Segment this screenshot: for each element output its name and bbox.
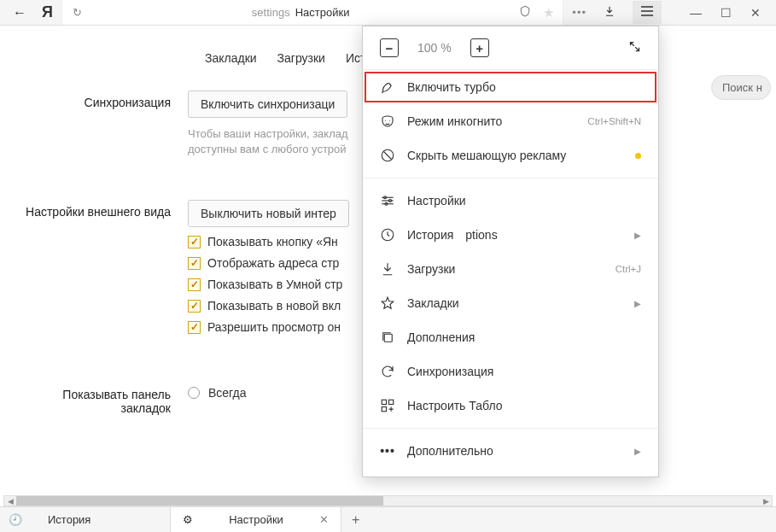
checkbox-icon[interactable]: ✓ bbox=[188, 300, 201, 313]
menu-downloads[interactable]: Загрузки Ctrl+J bbox=[363, 252, 658, 286]
more-icon[interactable]: ••• bbox=[572, 6, 586, 19]
settings-search[interactable]: Поиск н bbox=[711, 75, 771, 100]
star-icon[interactable]: ★ bbox=[543, 5, 554, 20]
horizontal-scrollbar[interactable]: ◀ ▶ bbox=[3, 495, 773, 506]
tab-bookmarks[interactable]: Закладки bbox=[205, 51, 257, 65]
disable-new-interface-button[interactable]: Выключить новый интер bbox=[188, 200, 349, 227]
clock-icon: 🕘 bbox=[9, 513, 22, 526]
hamburger-menu-button[interactable] bbox=[633, 1, 662, 24]
close-button[interactable]: ✕ bbox=[750, 6, 761, 20]
nav-controls: ← Я bbox=[0, 3, 53, 21]
fullscreen-icon[interactable] bbox=[628, 40, 641, 56]
svg-line-4 bbox=[384, 152, 392, 160]
copy-icon bbox=[380, 330, 395, 345]
bottom-tab-history[interactable]: 🕘 История bbox=[0, 507, 171, 532]
main-menu-dropdown: − 100 % + Включить турбо Режим инкогнито… bbox=[362, 26, 659, 477]
svg-rect-14 bbox=[389, 400, 394, 404]
block-icon bbox=[380, 148, 395, 163]
checkbox-icon[interactable]: ✓ bbox=[188, 257, 201, 270]
star-icon bbox=[380, 295, 395, 311]
window-controls: — ☐ ✕ bbox=[674, 6, 776, 20]
download-icon bbox=[380, 261, 395, 277]
back-button[interactable]: ← bbox=[13, 5, 26, 20]
reload-icon[interactable]: ↻ bbox=[62, 6, 82, 19]
svg-rect-12 bbox=[384, 334, 392, 342]
menu-history[interactable]: История ptions ▶ bbox=[363, 218, 658, 252]
zoom-out-button[interactable]: − bbox=[380, 38, 399, 57]
chevron-right-icon: ▶ bbox=[634, 231, 641, 240]
menu-incognito[interactable]: Режим инкогнито Ctrl+Shift+N bbox=[363, 104, 658, 138]
tab-downloads[interactable]: Загрузки bbox=[277, 51, 325, 65]
zoom-in-button[interactable]: + bbox=[470, 38, 489, 57]
checkbox-icon[interactable]: ✓ bbox=[188, 236, 201, 248]
bookmarks-panel-label: Показывать панель закладок bbox=[17, 383, 188, 415]
yandex-logo[interactable]: Я bbox=[42, 3, 53, 21]
gear-icon: ⚙ bbox=[183, 513, 193, 526]
titlebar: ← Я ↻ settings Настройки ★ ••• — ☐ ✕ bbox=[0, 0, 776, 26]
maximize-button[interactable]: ☐ bbox=[721, 6, 732, 20]
ellipsis-icon: ••• bbox=[380, 443, 395, 459]
tab-close-icon[interactable]: ✕ bbox=[319, 513, 329, 526]
shield-icon[interactable] bbox=[519, 5, 531, 20]
radio-icon[interactable] bbox=[188, 387, 200, 399]
mask-icon bbox=[380, 114, 395, 129]
chevron-right-icon: ▶ bbox=[634, 447, 641, 456]
menu-tablo[interactable]: Настроить Табло bbox=[363, 389, 658, 423]
menu-adblock[interactable]: Скрыть мешающую рекламу bbox=[363, 138, 658, 172]
menu-sync[interactable]: Синхронизация bbox=[363, 354, 658, 389]
address-bar[interactable]: ↻ settings Настройки ★ bbox=[61, 0, 563, 25]
menu-turbo[interactable]: Включить турбо bbox=[363, 70, 658, 104]
shortcut-label: Ctrl+Shift+N bbox=[587, 116, 641, 126]
download-icon[interactable] bbox=[604, 5, 616, 20]
menu-addons[interactable]: Дополнения bbox=[363, 320, 658, 354]
bottom-tab-settings[interactable]: ⚙ Настройки ✕ bbox=[171, 507, 341, 532]
menu-settings[interactable]: Настройки bbox=[363, 184, 658, 218]
new-tab-button[interactable]: + bbox=[341, 512, 370, 528]
menu-more[interactable]: ••• Дополнительно ▶ bbox=[363, 434, 658, 468]
clock-icon bbox=[380, 227, 395, 243]
menu-bookmarks[interactable]: Закладки ▶ bbox=[363, 286, 658, 320]
status-dot bbox=[635, 153, 641, 159]
svg-rect-15 bbox=[382, 407, 386, 412]
enable-sync-button[interactable]: Включить синхронизаци bbox=[188, 91, 347, 118]
bottom-tab-bar: 🕘 История ⚙ Настройки ✕ + bbox=[0, 506, 776, 532]
minimize-button[interactable]: — bbox=[690, 6, 702, 20]
shortcut-label: Ctrl+J bbox=[616, 264, 641, 274]
scroll-left-icon[interactable]: ◀ bbox=[4, 497, 16, 506]
address-path: settings bbox=[252, 6, 290, 19]
appearance-section-label: Настройки внешнего вида bbox=[17, 200, 188, 342]
scroll-right-icon[interactable]: ▶ bbox=[760, 497, 772, 506]
grid-plus-icon bbox=[380, 398, 395, 413]
address-title: Настройки bbox=[295, 6, 350, 19]
checkbox-icon[interactable]: ✓ bbox=[188, 321, 201, 334]
checkbox-icon[interactable]: ✓ bbox=[188, 278, 201, 291]
rocket-icon bbox=[380, 79, 395, 95]
zoom-value: 100 % bbox=[417, 41, 452, 55]
svg-rect-13 bbox=[382, 400, 386, 404]
zoom-row: − 100 % + bbox=[363, 38, 658, 69]
refresh-icon bbox=[380, 364, 395, 379]
sync-section-label: Синхронизация bbox=[17, 91, 188, 157]
chevron-right-icon: ▶ bbox=[634, 299, 641, 308]
sliders-icon bbox=[380, 193, 395, 208]
scroll-thumb[interactable] bbox=[16, 496, 383, 506]
